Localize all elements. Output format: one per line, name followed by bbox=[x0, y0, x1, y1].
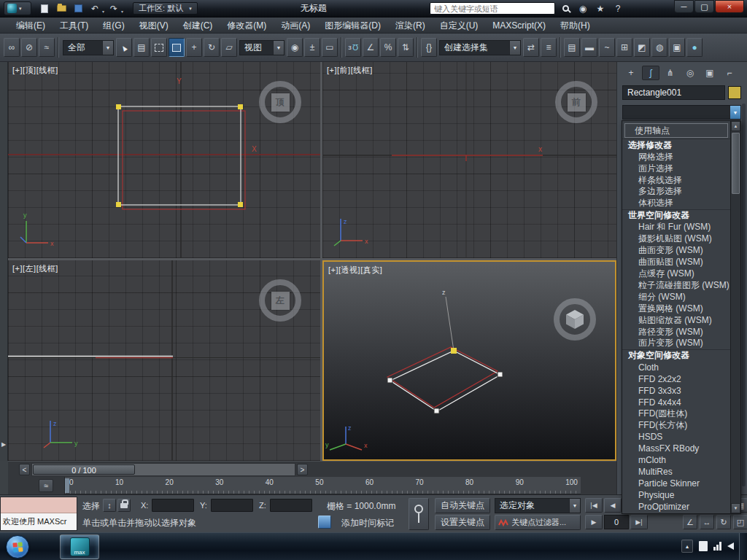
select-object-icon[interactable]: ▲ bbox=[116, 38, 132, 57]
viewport-left-viewcube[interactable]: 左 bbox=[259, 279, 301, 322]
rendered-frame-icon[interactable]: ▣ bbox=[669, 38, 685, 57]
field-of-view-icon[interactable]: ∠ bbox=[683, 515, 697, 529]
vertex-handle[interactable] bbox=[498, 372, 503, 377]
select-and-scale-icon[interactable]: ▱ bbox=[221, 38, 237, 57]
viewport-front-viewcube[interactable]: 前 bbox=[555, 81, 597, 123]
ribbon-toggle-icon[interactable]: ▬ bbox=[581, 38, 597, 57]
modifier-item[interactable]: FFD 3x3x3 bbox=[622, 385, 730, 397]
menu-item[interactable]: 视图(V) bbox=[132, 18, 176, 34]
menu-item[interactable]: 组(G) bbox=[96, 18, 131, 34]
viewport-perspective-viewcube[interactable] bbox=[554, 298, 596, 341]
popup-scrollbar[interactable]: ▲ ▼ bbox=[730, 121, 740, 513]
menu-item[interactable]: MAXScript(X) bbox=[485, 18, 553, 34]
modifier-item[interactable]: 样条线选择 bbox=[622, 174, 730, 186]
tab-display-icon[interactable]: ▣ bbox=[701, 66, 719, 80]
tab-create-icon[interactable]: + bbox=[622, 66, 640, 80]
play-button[interactable]: ▶ bbox=[585, 515, 603, 529]
previous-frame-button[interactable]: < bbox=[19, 464, 30, 475]
menu-item[interactable]: 编辑(E) bbox=[9, 18, 53, 34]
track-bar-ruler[interactable]: 0102030405060708090100 bbox=[64, 477, 581, 494]
select-and-rotate-icon[interactable]: ↻ bbox=[204, 38, 220, 57]
named-selection-sets-dropdown[interactable]: 创建选择集 ▼ bbox=[439, 40, 521, 55]
maxscript-mini-listener[interactable]: 欢迎使用 MAXScr bbox=[0, 497, 77, 531]
modifier-item[interactable]: 对象空间修改器 bbox=[622, 349, 730, 362]
vertex-handle[interactable] bbox=[116, 104, 121, 109]
close-button[interactable]: × bbox=[715, 0, 744, 13]
modifier-item[interactable]: Cloth bbox=[622, 362, 730, 373]
viewport-perspective-label[interactable]: [+][透视][真实] bbox=[328, 265, 382, 276]
undo-caret-icon[interactable]: ▾ bbox=[102, 9, 104, 14]
modifier-item[interactable]: 多边形选择 bbox=[622, 186, 730, 198]
modifier-item[interactable]: FFD(圆柱体) bbox=[622, 408, 730, 420]
time-tag-button[interactable]: 添加时间标记 bbox=[341, 517, 394, 529]
select-and-move-icon[interactable]: + bbox=[186, 38, 202, 57]
viewcube-face[interactable]: 左 bbox=[271, 292, 290, 310]
scroll-up-icon[interactable]: ▲ bbox=[731, 121, 740, 131]
modifier-item[interactable]: 点缓存 (WSM) bbox=[622, 268, 730, 279]
modifier-item[interactable]: 面片变形 (WSM) bbox=[622, 338, 730, 349]
current-frame-field[interactable]: 0 bbox=[604, 515, 629, 529]
vertex-handle[interactable] bbox=[238, 104, 243, 109]
modifier-item[interactable]: mCloth bbox=[622, 454, 730, 466]
modifier-item[interactable]: MassFX RBody bbox=[622, 443, 730, 454]
selection-filter-dropdown[interactable]: 全部 ▼ bbox=[63, 40, 114, 55]
modifier-list-combobox[interactable]: ▼ bbox=[622, 105, 741, 120]
modifier-item[interactable]: FFD 4x4x4 bbox=[622, 397, 730, 408]
favorites-icon[interactable]: ★ bbox=[593, 2, 608, 15]
tab-modify-icon[interactable]: ʃ bbox=[642, 66, 659, 80]
viewport-front-label[interactable]: [+][前][线框] bbox=[327, 65, 373, 76]
set-key-mode-button[interactable] bbox=[409, 498, 429, 530]
max-app-button[interactable]: ▾ bbox=[4, 1, 31, 15]
modifier-item[interactable]: FFD(长方体) bbox=[622, 419, 730, 431]
key-filters-button[interactable]: 关键点过滤器... bbox=[495, 515, 581, 530]
panel-scrollbar[interactable] bbox=[742, 104, 746, 486]
window-crossing-toggle-icon[interactable] bbox=[169, 38, 185, 57]
viewport-tabs-flyout-icon[interactable]: ▶ bbox=[1, 441, 6, 448]
open-file-icon[interactable] bbox=[54, 2, 69, 15]
menu-item[interactable]: 渲染(R) bbox=[388, 18, 433, 34]
modifier-item[interactable]: ProOptimizer bbox=[622, 501, 730, 513]
vertex-handle[interactable] bbox=[387, 378, 392, 383]
render-production-icon[interactable]: ● bbox=[686, 38, 703, 57]
menu-item[interactable]: 工具(T) bbox=[53, 18, 96, 34]
network-icon[interactable] bbox=[713, 542, 721, 551]
menu-item[interactable]: 帮助(H) bbox=[553, 18, 597, 34]
y-coordinate-field[interactable] bbox=[211, 499, 253, 512]
rectangular-selection-region-icon[interactable] bbox=[151, 38, 167, 57]
modifier-item[interactable]: 网格选择 bbox=[622, 151, 730, 163]
modifier-item[interactable]: Hair 和 Fur (WSM) bbox=[622, 222, 730, 233]
percent-snap-icon[interactable]: % bbox=[380, 38, 396, 57]
select-and-manipulate-icon[interactable]: ± bbox=[304, 38, 320, 57]
tray-expand-icon[interactable]: ▴ bbox=[681, 540, 693, 553]
set-key-button[interactable]: 设置关键点 bbox=[435, 515, 490, 530]
sign-in-icon[interactable]: ◉ bbox=[576, 2, 590, 15]
render-setup-icon[interactable]: ◍ bbox=[651, 38, 667, 57]
select-and-link-icon[interactable]: ∞ bbox=[4, 38, 20, 57]
edit-named-sets-icon[interactable]: {} bbox=[421, 38, 437, 57]
volume-icon[interactable] bbox=[727, 542, 734, 550]
bind-to-space-warp-icon[interactable]: ≈ bbox=[39, 38, 55, 57]
redo-icon[interactable]: ↷ bbox=[107, 2, 121, 15]
listener-field[interactable]: 欢迎使用 MAXScr bbox=[1, 513, 77, 530]
modifier-item[interactable]: 贴图缩放器 (WSM) bbox=[622, 314, 730, 326]
pan-view-icon[interactable]: ↔ bbox=[700, 515, 714, 529]
layer-manager-icon[interactable]: ▤ bbox=[564, 38, 580, 57]
next-key-button[interactable]: ▶| bbox=[630, 515, 648, 529]
menu-item[interactable]: 创建(C) bbox=[176, 18, 220, 34]
viewport-front[interactable]: x z x [+][前][线框] 前 bbox=[322, 62, 616, 258]
scroll-down-icon[interactable]: ▼ bbox=[731, 503, 740, 513]
tab-utilities-icon[interactable]: ⌐ bbox=[721, 66, 738, 80]
viewcube-face[interactable]: 顶 bbox=[271, 93, 290, 112]
schematic-view-icon[interactable]: ⊞ bbox=[616, 38, 632, 57]
z-coordinate-field[interactable] bbox=[270, 499, 312, 512]
modifier-item[interactable]: FFD 2x2x2 bbox=[622, 373, 730, 385]
snaps-toggle-icon[interactable]: 3 Ω bbox=[345, 38, 361, 57]
tab-hierarchy-icon[interactable]: ⋔ bbox=[662, 66, 679, 80]
maximize-button[interactable]: ▢ bbox=[694, 0, 714, 13]
save-file-icon[interactable] bbox=[71, 2, 85, 15]
help-icon[interactable]: ? bbox=[611, 2, 625, 15]
menu-item[interactable]: 自定义(U) bbox=[433, 18, 486, 34]
redo-caret-icon[interactable]: ▾ bbox=[121, 9, 123, 14]
modifier-item[interactable]: 体积选择 bbox=[622, 198, 730, 209]
rectangle-spline-selected[interactable] bbox=[390, 351, 500, 411]
